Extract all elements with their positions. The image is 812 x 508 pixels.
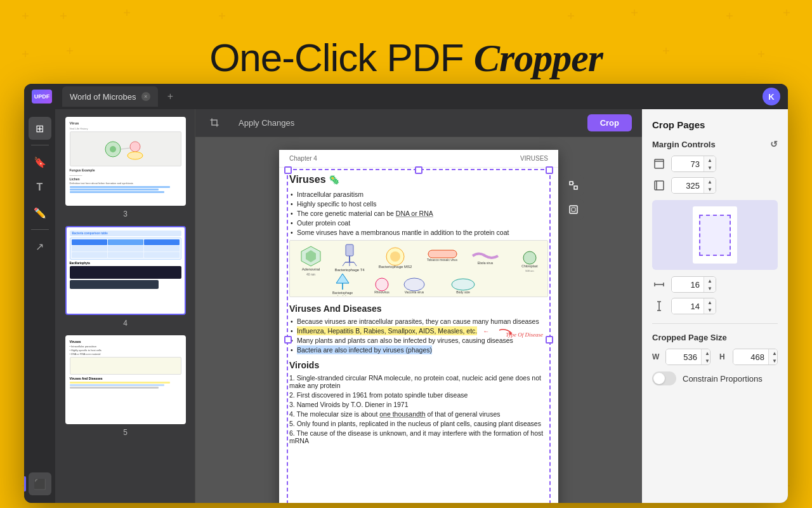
export-icon: ↗	[36, 241, 44, 253]
width-decrement[interactable]: ▼	[702, 357, 710, 364]
margin-height-decrement[interactable]: ▼	[704, 306, 716, 314]
page-preview-crop-overlay	[699, 215, 731, 256]
new-tab-button[interactable]: +	[163, 89, 178, 104]
margin-top-increment[interactable]: ▲	[704, 156, 716, 164]
arrow-annotation: ←	[483, 328, 489, 335]
constrain-toggle[interactable]	[652, 371, 676, 385]
thumbnail-img-5: Viruses • Intracellular parasitism • Hig…	[65, 335, 186, 424]
bullet-4: Outer protein coat	[289, 219, 548, 227]
height-decrement[interactable]: ▼	[769, 357, 778, 364]
pdf-area: Apply Changes Crop	[195, 109, 642, 503]
svg-point-66	[452, 279, 475, 290]
margin-top-spinners: ▲ ▼	[704, 156, 716, 171]
hero-section: One-Click PDF Cropper	[0, 35, 812, 81]
bullet-2: Highly specific to host cells	[289, 200, 548, 208]
svg-line-45	[343, 262, 345, 266]
toggle-thumb	[653, 373, 665, 384]
width-input-wrap[interactable]: 536 ▲ ▼	[665, 349, 710, 365]
virus-emoji: 🦠	[329, 175, 339, 185]
reset-button[interactable]: ↺	[770, 139, 778, 149]
apply-changes-button[interactable]: Apply Changes	[230, 114, 303, 131]
hero-title-part2: Cropper	[474, 36, 603, 79]
crop-pages-title: Crop Pages	[652, 119, 778, 130]
margin-width-icon	[652, 277, 666, 291]
width-input[interactable]: 536	[666, 350, 701, 364]
svg-text:Bacteriophage MS2: Bacteriophage MS2	[379, 265, 412, 269]
margin-height-row: 14 ▲ ▼	[652, 298, 778, 314]
pdf-content: Viruses 🦠 Intracellular parasitism Highl…	[279, 168, 558, 453]
crop-tool-frame[interactable]	[563, 199, 584, 220]
thumbnail-item-4[interactable]: Bacteria comparison table B	[61, 226, 190, 328]
disease-highlight: Influenza, Hepatitis B, Rabies, Smallpox…	[297, 326, 477, 335]
height-input[interactable]: 468	[733, 350, 768, 364]
width-row: W 536 ▲ ▼ H 468 ▲ ▼	[652, 349, 778, 365]
bullet-3: The core genetic material can be DNA or …	[289, 210, 548, 217]
height-increment[interactable]: ▲	[769, 349, 778, 357]
margin-top-input-wrap[interactable]: 73 ▲ ▼	[671, 156, 716, 172]
sidebar-divider-1	[31, 145, 49, 145]
crop-icon-btn[interactable]	[206, 114, 225, 133]
one-thousandth-text: one thousandth	[379, 410, 425, 418]
annotation-icon: ✏️	[34, 207, 46, 219]
tab-close-button[interactable]: ×	[141, 92, 150, 101]
user-avatar[interactable]: K	[763, 88, 780, 105]
bacteria-highlight: Bacteria are also infected by viruses (p…	[297, 345, 432, 354]
margin-top-decrement[interactable]: ▼	[704, 164, 716, 171]
viroid-4: 4. The molecular size is about one thous…	[289, 410, 548, 418]
width-label: W	[652, 352, 662, 361]
svg-rect-36	[570, 206, 577, 213]
svg-rect-34	[574, 186, 577, 189]
svg-rect-42	[346, 244, 353, 256]
thumbnail-item-3[interactable]: Virus Viral Life History Fungus Exa	[61, 117, 190, 218]
viroid-3: 3. Named Viroids by T.O. Diener in 1971	[289, 401, 548, 408]
hero-title-part1: One-Click PDF	[209, 36, 474, 79]
cropped-page-size-label: Cropped Page Size	[652, 333, 778, 342]
page-preview	[693, 206, 737, 264]
svg-point-55	[523, 251, 536, 264]
thumbnail-item-5[interactable]: Viruses • Intracellular parasitism • Hig…	[61, 335, 190, 437]
crop-tool-fit[interactable]	[563, 175, 584, 196]
pdf-page-container: Chapter 4 VIRUSES Viruses 🦠 Intracellula…	[279, 150, 558, 503]
svg-text:Bacteriophage T4: Bacteriophage T4	[334, 268, 365, 272]
sidebar-item-annotations[interactable]: ✏️	[29, 201, 51, 224]
margin-top-input[interactable]: 73	[672, 157, 704, 171]
logo-box: UPDF	[32, 90, 52, 104]
sidebar-item-text[interactable]: T	[29, 176, 51, 199]
margin-left-input[interactable]: 325	[672, 178, 704, 193]
constrain-label: Constrain Proportions	[683, 374, 763, 384]
viroid-2: 2. First discovered in 1961 from potato …	[289, 391, 548, 399]
margin-height-input[interactable]: 14	[672, 299, 704, 314]
svg-rect-69	[655, 159, 664, 168]
margin-width-input-wrap[interactable]: 16 ▲ ▼	[671, 276, 716, 293]
active-tab[interactable]: World of Microbes ×	[62, 86, 158, 107]
svg-rect-33	[570, 182, 573, 185]
thumbnail-num-5: 5	[123, 428, 128, 437]
sidebar-item-export[interactable]: ↗	[29, 235, 51, 258]
margin-width-increment[interactable]: ▲	[704, 277, 716, 284]
margin-left-decrement[interactable]: ▼	[704, 185, 716, 193]
width-spinners: ▲ ▼	[701, 349, 710, 364]
svg-point-30	[130, 142, 140, 152]
margin-height-input-wrap[interactable]: 14 ▲ ▼	[671, 298, 716, 314]
app-window: UPDF World of Microbes × + K ⊞ 🔖	[24, 84, 788, 503]
sidebar-item-thumbnails[interactable]: ⊞	[29, 117, 51, 140]
sidebar-item-bookmarks[interactable]: 🔖	[29, 150, 51, 173]
svg-text:40 nm: 40 nm	[306, 272, 315, 276]
crop-button[interactable]: Crop	[587, 114, 632, 131]
thumbnail-num-3: 3	[123, 210, 128, 218]
margin-width-decrement[interactable]: ▼	[704, 284, 716, 292]
height-input-wrap[interactable]: 468 ▲ ▼	[733, 349, 778, 365]
margin-height-icon	[652, 299, 666, 313]
margin-left-increment[interactable]: ▲	[704, 178, 716, 185]
right-panel: Crop Pages Margin Controls ↺ 73 ▲	[642, 109, 788, 503]
margin-height-spinners: ▲ ▼	[704, 298, 716, 314]
margin-height-increment[interactable]: ▲	[704, 298, 716, 306]
margin-left-row: 325 ▲ ▼	[652, 177, 778, 194]
svg-line-47	[354, 262, 357, 266]
bookmark-icon: 🔖	[34, 156, 46, 168]
sidebar-item-pages[interactable]: ⬛	[29, 472, 51, 495]
margin-left-input-wrap[interactable]: 325 ▲ ▼	[671, 177, 716, 194]
tab-title: World of Microbes	[70, 92, 136, 102]
margin-width-input[interactable]: 16	[672, 277, 704, 292]
width-increment[interactable]: ▲	[702, 349, 710, 357]
